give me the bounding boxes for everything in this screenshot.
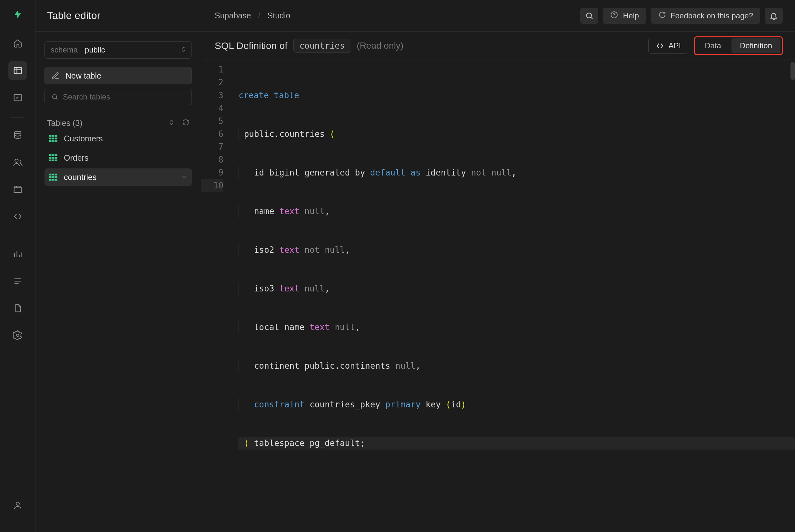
table-name: Customers [64, 134, 103, 143]
table-icon [49, 135, 57, 142]
code-icon [656, 41, 664, 50]
nav-separator [10, 117, 25, 117]
nav-home[interactable] [8, 34, 27, 53]
svg-rect-9 [55, 135, 57, 136]
breadcrumb-org[interactable]: Supabase [215, 11, 251, 20]
svg-rect-25 [49, 174, 52, 175]
nav-docs[interactable] [8, 299, 27, 318]
svg-rect-28 [49, 176, 52, 178]
svg-point-6 [53, 95, 57, 99]
code-line: ) tablespace pg_default; [238, 437, 795, 450]
svg-rect-16 [49, 154, 52, 156]
svg-rect-17 [52, 154, 54, 156]
table-item-countries[interactable]: countries [44, 168, 192, 186]
definition-subheader: SQL Definition of countries (Read only) … [201, 32, 795, 60]
nav-storage[interactable] [8, 180, 27, 199]
nav-sql-editor[interactable] [8, 88, 27, 107]
table-list-panel: Table editor schema public New table Tab… [35, 0, 201, 532]
feedback-button[interactable]: Feedback on this page? [651, 8, 760, 24]
supabase-logo [11, 7, 25, 21]
topbar: Supabase / Studio Help F [201, 0, 795, 32]
line-number: 10 [201, 179, 223, 192]
chat-icon [658, 11, 666, 21]
line-number: 8 [201, 153, 223, 166]
nav-auth[interactable] [8, 153, 27, 172]
refresh-tables-button[interactable] [182, 118, 189, 128]
search-tables-input[interactable] [63, 92, 185, 101]
tab-definition[interactable]: Definition [731, 38, 780, 53]
line-number: 6 [201, 128, 223, 140]
notifications-button[interactable] [765, 8, 783, 24]
readonly-label: (Read only) [357, 41, 404, 51]
svg-rect-7 [49, 135, 52, 136]
table-item-orders[interactable]: Orders [44, 149, 192, 167]
feedback-label: Feedback on this page? [671, 11, 753, 20]
nav-reports[interactable] [8, 245, 27, 263]
svg-rect-21 [55, 157, 57, 158]
code-line: local_name text null, [238, 321, 795, 334]
schema-value: public [85, 45, 105, 54]
svg-rect-15 [55, 140, 57, 142]
svg-rect-19 [49, 157, 52, 158]
code-line: create table [238, 89, 795, 102]
svg-rect-12 [55, 137, 57, 139]
nav-table-editor[interactable] [8, 61, 27, 80]
breadcrumb-project[interactable]: Studio [268, 11, 290, 20]
line-number: 3 [201, 89, 223, 102]
help-icon [610, 11, 618, 21]
api-label: API [669, 41, 681, 50]
breadcrumb: Supabase / Studio [215, 11, 290, 20]
nav-separator-2 [10, 236, 25, 236]
code-line: iso3 text null, [238, 282, 795, 295]
line-number-gutter: 1 2 3 4 5 6 7 8 9 10 [201, 60, 230, 532]
tab-definition-label: Definition [740, 41, 772, 50]
nav-rail [0, 0, 35, 532]
nav-edge-functions[interactable] [8, 207, 27, 226]
subheader-prefix: SQL Definition of [215, 40, 288, 51]
svg-rect-0 [14, 67, 21, 74]
view-mode-toggle: Data Definition [694, 36, 783, 55]
sql-editor: 1 2 3 4 5 6 7 8 9 10 create table public… [201, 60, 795, 532]
chevrons-up-down-icon [181, 45, 187, 54]
tab-data[interactable]: Data [697, 38, 729, 53]
svg-rect-27 [55, 174, 57, 175]
collapse-all-button[interactable] [168, 118, 175, 128]
line-number: 1 [201, 63, 223, 76]
code-line: iso2 text not null, [238, 244, 795, 256]
tables-count: Tables (3) [47, 118, 83, 128]
help-button[interactable]: Help [603, 8, 646, 24]
table-chip: countries [293, 39, 351, 53]
api-button[interactable]: API [648, 38, 689, 54]
scrollbar-thumb[interactable] [791, 62, 795, 80]
line-number: 9 [201, 166, 223, 179]
nav-logs[interactable] [8, 272, 27, 290]
svg-rect-31 [49, 179, 52, 180]
svg-point-2 [15, 131, 21, 134]
svg-rect-24 [55, 159, 57, 161]
tables-section-header: Tables (3) [44, 118, 192, 128]
nav-settings[interactable] [8, 326, 27, 345]
schema-picker[interactable]: schema public [44, 41, 192, 59]
svg-rect-26 [52, 174, 54, 175]
tab-data-label: Data [705, 41, 721, 50]
code-line: constraint countries_pkey primary key (i… [238, 398, 795, 411]
svg-point-4 [16, 334, 19, 337]
svg-point-3 [15, 159, 18, 162]
search-icon [585, 12, 594, 20]
bell-icon [770, 12, 778, 20]
schema-label: schema [51, 45, 78, 54]
code-line: public.countries ( [238, 128, 795, 140]
code-line: id bigint generated by default as identi… [238, 166, 795, 179]
new-table-button[interactable]: New table [44, 67, 192, 84]
code-area[interactable]: create table public.countries ( id bigin… [230, 60, 795, 532]
nav-account[interactable] [8, 496, 27, 515]
page-title-text: Table editor [47, 10, 100, 22]
svg-rect-20 [52, 157, 54, 158]
global-search-button[interactable] [580, 8, 598, 24]
table-item-customers[interactable]: Customers [44, 130, 192, 147]
nav-database[interactable] [8, 126, 27, 145]
svg-point-5 [16, 502, 19, 505]
svg-rect-22 [49, 159, 52, 161]
search-tables[interactable] [44, 89, 192, 105]
chevron-down-icon [181, 173, 187, 182]
